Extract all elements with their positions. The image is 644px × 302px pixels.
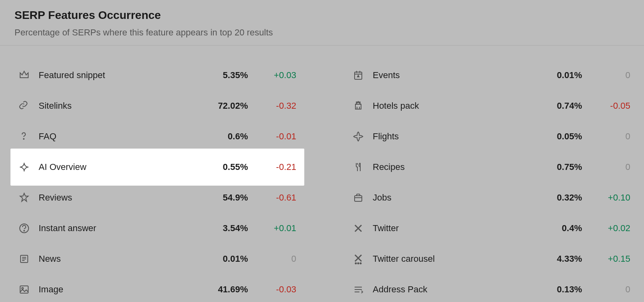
feature-percent: 0.01%	[530, 70, 582, 81]
feature-delta: +0.02	[582, 223, 630, 234]
feature-label: Sitelinks	[32, 101, 196, 111]
feature-row[interactable]: Flights0.05%0	[349, 121, 634, 152]
feature-delta: -0.05	[582, 101, 630, 111]
feature-percent: 0.01%	[196, 254, 248, 264]
feature-row[interactable]: Recipes0.75%0	[349, 152, 634, 182]
feature-label: Jobs	[366, 192, 530, 203]
feature-row[interactable]: Address Pack0.13%0	[349, 274, 634, 302]
feature-label: Recipes	[366, 162, 530, 172]
feature-label: Address Pack	[366, 284, 530, 295]
feature-row[interactable]: News0.01%0	[14, 244, 300, 274]
panel-header: SERP Features Occurrence Percentage of S…	[0, 0, 644, 46]
star-icon	[19, 192, 32, 204]
feature-label: AI Overview	[32, 162, 196, 172]
feature-delta: 0	[582, 131, 630, 142]
feature-label: FAQ	[32, 131, 196, 142]
feature-percent: 0.13%	[530, 284, 582, 295]
feature-row[interactable]: Image41.69%-0.03	[14, 274, 300, 302]
feature-row[interactable]: Reviews54.9%-0.61	[14, 182, 300, 213]
feature-label: Events	[366, 70, 530, 81]
feature-row[interactable]: AI Overview0.55%-0.21	[10, 149, 304, 186]
feature-percent: 0.6%	[196, 131, 248, 142]
feature-row[interactable]: FAQ0.6%-0.01	[14, 121, 300, 152]
feature-delta: +0.15	[582, 254, 630, 264]
feature-label: Reviews	[32, 192, 196, 203]
news-icon	[19, 253, 32, 265]
feature-label: Featured snippet	[32, 70, 196, 81]
sparkle-icon	[19, 161, 32, 173]
feature-percent: 5.35%	[196, 70, 248, 81]
feature-column-left: Featured snippet5.35%+0.03Sitelinks72.02…	[14, 60, 300, 302]
feature-percent: 0.32%	[530, 192, 582, 203]
feature-delta: 0	[582, 162, 630, 172]
feature-percent: 4.33%	[530, 254, 582, 264]
calendar-icon	[353, 69, 366, 81]
image-icon	[19, 283, 32, 296]
feature-column-right: Events0.01%0Hotels pack0.74%-0.05Flights…	[349, 60, 634, 302]
feature-delta: 0	[582, 70, 630, 81]
feature-row[interactable]: Sitelinks72.02%-0.32	[14, 91, 300, 121]
feature-delta: 0	[248, 254, 296, 264]
feature-percent: 72.02%	[196, 101, 248, 111]
feature-label: Hotels pack	[366, 101, 530, 111]
feature-percent: 54.9%	[196, 192, 248, 203]
feature-label: Image	[32, 284, 196, 295]
feature-label: Twitter	[366, 223, 530, 234]
feature-percent: 41.69%	[196, 284, 248, 295]
feature-row[interactable]: Instant answer3.54%+0.01	[14, 213, 300, 244]
feature-row[interactable]: Twitter0.4%+0.02	[349, 213, 634, 244]
feature-row[interactable]: Jobs0.32%+0.10	[349, 182, 634, 213]
twitter-icon	[353, 222, 366, 234]
feature-delta: +0.10	[582, 192, 630, 203]
hotel-icon	[353, 100, 366, 112]
fork-knife-icon	[353, 161, 366, 173]
feature-delta: 0	[582, 284, 630, 295]
crown-icon	[19, 69, 32, 81]
feature-label: Twitter carousel	[366, 254, 530, 264]
feature-label: News	[32, 254, 196, 264]
plane-icon	[353, 130, 366, 143]
feature-percent: 0.75%	[530, 162, 582, 172]
feature-row[interactable]: Events0.01%0	[349, 60, 634, 91]
feature-delta: +0.01	[248, 223, 296, 234]
feature-delta: -0.01	[248, 131, 296, 142]
briefcase-icon	[353, 192, 366, 204]
feature-delta: -0.21	[248, 162, 296, 172]
feature-label: Instant answer	[32, 223, 196, 234]
panel-subtitle: Percentage of SERPs where this feature a…	[14, 27, 630, 38]
feature-percent: 0.55%	[196, 162, 248, 172]
panel-title: SERP Features Occurrence	[14, 9, 630, 22]
feature-row[interactable]: Twitter carousel4.33%+0.15	[349, 244, 634, 274]
feature-percent: 3.54%	[196, 223, 248, 234]
twitter-carousel-icon	[353, 253, 366, 265]
feature-columns: Featured snippet5.35%+0.03Sitelinks72.02…	[0, 46, 644, 302]
question-circle-icon	[19, 222, 32, 234]
question-icon	[19, 130, 32, 143]
feature-percent: 0.4%	[530, 223, 582, 234]
feature-delta: -0.03	[248, 284, 296, 295]
feature-delta: -0.61	[248, 192, 296, 203]
feature-delta: +0.03	[248, 70, 296, 81]
feature-percent: 0.74%	[530, 101, 582, 111]
feature-label: Flights	[366, 131, 530, 142]
link-icon	[19, 100, 32, 112]
address-list-icon	[353, 283, 366, 296]
feature-row[interactable]: Hotels pack0.74%-0.05	[349, 91, 634, 121]
feature-delta: -0.32	[248, 101, 296, 111]
feature-row[interactable]: Featured snippet5.35%+0.03	[14, 60, 300, 91]
feature-percent: 0.05%	[530, 131, 582, 142]
